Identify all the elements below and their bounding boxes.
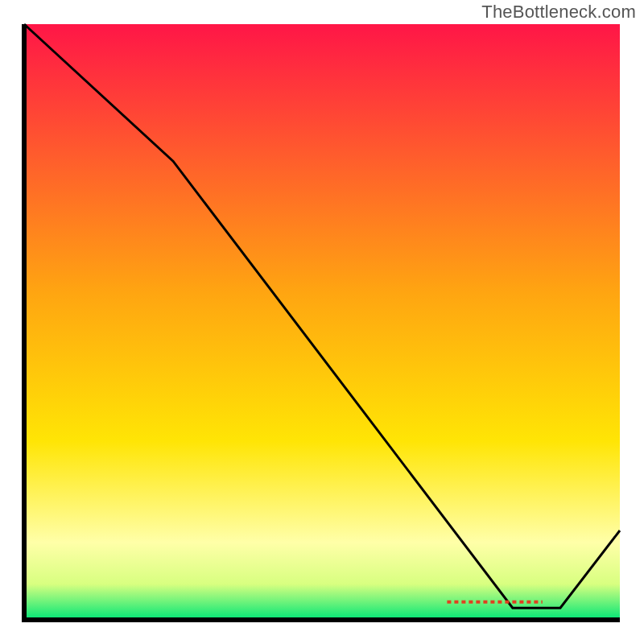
plot-background xyxy=(24,24,620,620)
attribution-text: TheBottleneck.com xyxy=(481,2,636,23)
bottleneck-chart xyxy=(0,0,644,644)
